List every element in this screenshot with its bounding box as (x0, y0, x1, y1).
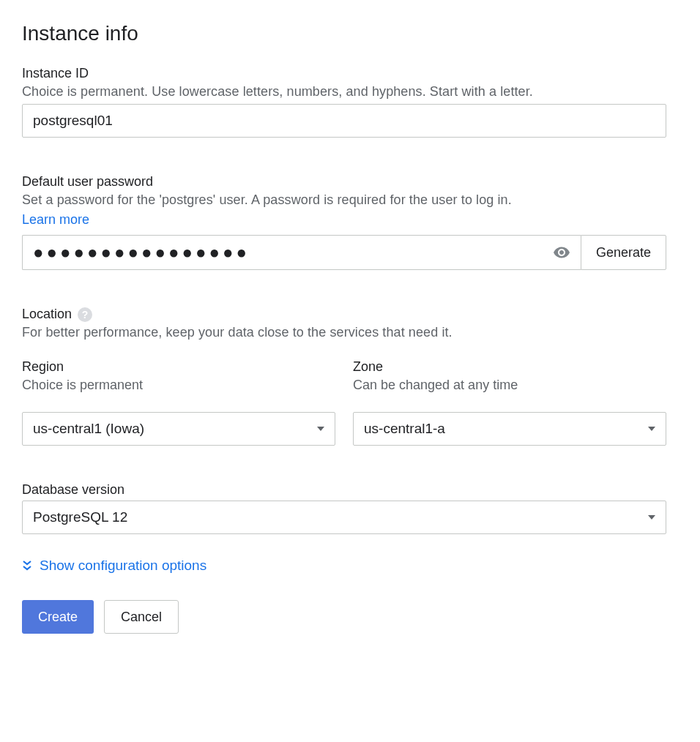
chevron-down-icon (648, 427, 655, 431)
region-select[interactable]: us-central1 (Iowa) (22, 412, 335, 446)
instance-id-section: Instance ID Choice is permanent. Use low… (22, 66, 666, 138)
region-label: Region (22, 359, 335, 375)
location-section: Location ? For better performance, keep … (22, 307, 666, 446)
button-row: Create Cancel (22, 600, 666, 634)
password-section: Default user password Set a password for… (22, 174, 666, 270)
generate-button[interactable]: Generate (581, 235, 666, 270)
zone-select[interactable]: us-central1-a (353, 412, 666, 446)
show-config-label: Show configuration options (40, 558, 206, 574)
instance-id-label: Instance ID (22, 66, 666, 81)
db-version-select[interactable]: PostgreSQL 12 (22, 501, 666, 534)
cancel-button[interactable]: Cancel (104, 600, 179, 634)
zone-column: Zone Can be changed at any time us-centr… (353, 359, 666, 446)
eye-icon[interactable] (553, 244, 570, 261)
region-value: us-central1 (Iowa) (33, 421, 317, 437)
page-title: Instance info (22, 22, 666, 45)
chevron-down-icon (317, 427, 324, 431)
zone-label: Zone (353, 359, 666, 375)
password-label: Default user password (22, 174, 666, 190)
location-label-text: Location (22, 307, 72, 322)
db-version-value: PostgreSQL 12 (33, 509, 648, 525)
instance-id-input[interactable] (22, 104, 666, 138)
show-config-options-toggle[interactable]: Show configuration options (22, 558, 666, 574)
help-icon[interactable]: ? (78, 307, 92, 322)
password-input-wrap[interactable]: ●●●●●●●●●●●●●●●● (22, 235, 581, 270)
double-chevron-down-icon (22, 560, 32, 572)
db-version-label: Database version (22, 482, 666, 498)
region-column: Region Choice is permanent us-central1 (… (22, 359, 335, 446)
create-button[interactable]: Create (22, 600, 94, 634)
zone-helper: Can be changed at any time (353, 378, 666, 393)
region-helper: Choice is permanent (22, 378, 335, 393)
password-masked-value: ●●●●●●●●●●●●●●●● (33, 244, 553, 261)
instance-id-helper: Choice is permanent. Use lowercase lette… (22, 84, 666, 100)
password-learn-more-link[interactable]: Learn more (22, 212, 89, 228)
chevron-down-icon (648, 515, 655, 520)
db-version-section: Database version PostgreSQL 12 (22, 482, 666, 534)
location-label: Location ? (22, 307, 666, 322)
location-helper: For better performance, keep your data c… (22, 325, 666, 340)
zone-value: us-central1-a (364, 421, 648, 437)
password-helper: Set a password for the 'postgres' user. … (22, 192, 666, 208)
